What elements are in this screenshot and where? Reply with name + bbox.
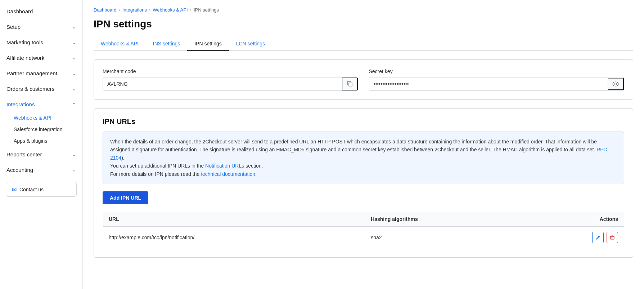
copy-icon <box>347 81 353 87</box>
table-header-row: URL Hashing algorithms Actions <box>103 212 624 226</box>
sidebar-item-marketing-tools[interactable]: Marketing tools ⌄ <box>0 35 82 50</box>
secret-key-label: Secret key <box>369 68 625 74</box>
breadcrumb-sep-3: › <box>190 7 192 13</box>
sidebar-item-label: Orders & customers <box>6 86 54 92</box>
sidebar-item-label: Accounting <box>6 167 33 173</box>
ipn-urls-title: IPN URLs <box>103 117 624 126</box>
sub-item-label: Apps & plugins <box>14 138 47 144</box>
breadcrumb-integrations[interactable]: Integrations <box>122 7 147 13</box>
table-header: URL Hashing algorithms Actions <box>103 212 624 226</box>
main-content: Dashboard › Integrations › Webhooks & AP… <box>83 0 644 289</box>
breadcrumb-current: IPN settings <box>194 7 219 13</box>
sidebar-item-dashboard[interactable]: Dashboard <box>0 4 82 19</box>
chevron-down-icon: ⌄ <box>72 25 76 30</box>
tab-ins-settings[interactable]: INS settings <box>146 37 187 51</box>
sidebar-item-accounting[interactable]: Accounting ⌄ <box>0 162 82 178</box>
sidebar-sub-integrations: Webhooks & API Salesforce integration Ap… <box>0 112 82 147</box>
table-row: http://example.com/tco/ipn/notification/… <box>103 226 624 248</box>
sidebar-sub-item-webhooks[interactable]: Webhooks & API <box>10 112 82 124</box>
cell-url: http://example.com/tco/ipn/notification/ <box>103 226 365 248</box>
svg-rect-3 <box>611 236 614 239</box>
col-hashing: Hashing algorithms <box>365 212 523 226</box>
sidebar-item-partner-management[interactable]: Partner management ⌄ <box>0 66 82 81</box>
chevron-down-icon: ⌄ <box>72 86 76 92</box>
add-ipn-url-button[interactable]: Add IPN URL <box>103 191 148 204</box>
sidebar-item-label: Dashboard <box>6 8 33 14</box>
col-actions: Actions <box>523 212 624 226</box>
eye-icon <box>612 81 619 86</box>
ipn-urls-card: IPN URLs When the details of an order ch… <box>94 108 633 258</box>
sidebar-item-setup[interactable]: Setup ⌄ <box>0 19 82 35</box>
sidebar-item-label: Reports center <box>6 151 42 157</box>
breadcrumb-sep-2: › <box>149 7 150 13</box>
merchant-code-label: Merchant code <box>103 68 358 74</box>
sidebar-item-label: Setup <box>6 24 21 30</box>
breadcrumb-webhooks-api[interactable]: Webhooks & API <box>153 7 188 13</box>
tech-doc-link[interactable]: technical documentation <box>201 171 255 177</box>
sidebar-item-label: Partner management <box>6 70 57 76</box>
chevron-up-icon: ⌃ <box>72 102 76 107</box>
sub-item-label: Webhooks & API <box>14 115 51 121</box>
field-row: Merchant code Secret key <box>103 68 624 91</box>
trash-icon <box>610 235 615 240</box>
ipn-info-text-1: When the details of an order change, the… <box>110 138 617 162</box>
breadcrumb-dashboard[interactable]: Dashboard <box>94 7 117 13</box>
table-body: http://example.com/tco/ipn/notification/… <box>103 226 624 248</box>
sidebar-item-integrations[interactable]: Integrations ⌃ <box>0 97 82 112</box>
contact-us-button[interactable]: ✉ Contact us <box>6 182 77 197</box>
mail-icon: ✉ <box>12 186 17 193</box>
col-url: URL <box>103 212 365 226</box>
copy-merchant-code-button[interactable] <box>342 77 358 90</box>
sidebar-item-label: Marketing tools <box>6 39 43 45</box>
svg-point-2 <box>615 83 617 85</box>
credentials-card: Merchant code Secret key <box>94 59 633 100</box>
cell-hashing: sha2 <box>365 226 523 248</box>
action-buttons <box>528 232 618 243</box>
tab-ipn-settings[interactable]: IPN settings <box>187 37 229 51</box>
merchant-code-input-wrapper <box>103 77 358 91</box>
merchant-code-input[interactable] <box>103 77 342 90</box>
secret-key-group: Secret key <box>369 68 625 91</box>
sidebar-item-affiliate-network[interactable]: Affiliate network ⌄ <box>0 50 82 66</box>
ipn-info-box: When the details of an order change, the… <box>103 132 624 184</box>
chevron-down-icon: ⌄ <box>72 168 76 173</box>
edit-icon <box>595 235 600 240</box>
sidebar-sub-item-salesforce[interactable]: Salesforce integration <box>10 124 82 135</box>
svg-rect-0 <box>349 83 352 86</box>
secret-key-input[interactable] <box>369 77 608 90</box>
ipn-info-text-3: section. <box>246 163 263 169</box>
sidebar-item-label: Integrations <box>6 101 35 107</box>
breadcrumb-sep-1: › <box>119 7 120 13</box>
chevron-down-icon: ⌄ <box>72 71 76 76</box>
tab-lcn-settings[interactable]: LCN settings <box>229 37 272 51</box>
tabs-bar: Webhooks & API INS settings IPN settings… <box>94 37 633 51</box>
secret-key-input-wrapper <box>369 77 625 91</box>
sub-item-label: Salesforce integration <box>14 126 62 132</box>
sidebar-item-label: Affiliate network <box>6 55 45 61</box>
merchant-code-group: Merchant code <box>103 68 358 91</box>
ipn-urls-table: URL Hashing algorithms Actions http://ex… <box>103 212 624 249</box>
sidebar: Dashboard Setup ⌄ Marketing tools ⌄ Affi… <box>0 0 83 289</box>
page-title: IPN settings <box>94 18 633 30</box>
tab-webhooks-api[interactable]: Webhooks & API <box>94 37 146 51</box>
sidebar-item-orders-customers[interactable]: Orders & customers ⌄ <box>0 81 82 97</box>
chevron-down-icon: ⌄ <box>72 40 76 45</box>
notification-urls-link[interactable]: Notification URLs <box>205 163 244 169</box>
delete-row-button[interactable] <box>607 232 618 243</box>
breadcrumb: Dashboard › Integrations › Webhooks & AP… <box>94 7 633 13</box>
edit-row-button[interactable] <box>592 232 604 243</box>
sidebar-item-reports-center[interactable]: Reports center ⌄ <box>0 147 82 162</box>
contact-btn-label: Contact us <box>19 187 44 192</box>
chevron-down-icon: ⌄ <box>72 55 76 61</box>
sidebar-sub-item-apps[interactable]: Apps & plugins <box>10 135 82 147</box>
svg-point-1 <box>613 82 618 86</box>
toggle-secret-visibility-button[interactable] <box>608 78 624 90</box>
cell-actions <box>523 226 624 248</box>
chevron-down-icon: ⌄ <box>72 152 76 157</box>
